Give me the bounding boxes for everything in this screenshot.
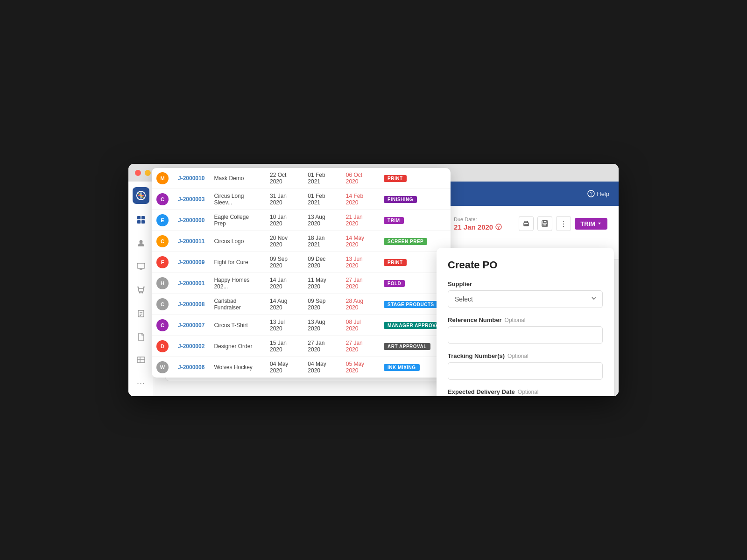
sidebar-item-table[interactable] bbox=[134, 352, 148, 367]
stage-pill: SCREEN PREP bbox=[384, 238, 427, 245]
scheduled-date-cell: 01 Feb 2021 bbox=[303, 168, 341, 189]
sidebar-item-users[interactable] bbox=[134, 236, 148, 251]
sidebar-item-dashboard[interactable] bbox=[134, 212, 148, 227]
save-button[interactable] bbox=[537, 216, 552, 231]
table-row[interactable]: D J-2000002 Designer Order 15 Jan 2020 2… bbox=[152, 336, 451, 357]
app-logo[interactable] bbox=[133, 187, 149, 204]
table-row[interactable]: H J-2000001 Happy Homes 202... 14 Jan 20… bbox=[152, 273, 451, 294]
table-row[interactable]: C J-2000003 Circus Long Sleev... 31 Jan … bbox=[152, 189, 451, 210]
created-date-cell: 09 Sep 2020 bbox=[265, 252, 303, 273]
tracking-field: Tracking Number(s) Optional bbox=[448, 352, 603, 380]
created-date-cell: 22 Oct 2020 bbox=[265, 168, 303, 189]
nav-help[interactable]: ? Help bbox=[587, 190, 609, 197]
svg-rect-35 bbox=[543, 224, 547, 226]
due-date-block: Due Date: 21 Jan 2020 ? bbox=[454, 217, 502, 231]
table-row[interactable]: M J-2000010 Mask Demo 22 Oct 2020 01 Feb… bbox=[152, 168, 451, 189]
table-row[interactable]: C J-2000007 Circus T-Shirt 13 Jul 2020 1… bbox=[152, 315, 451, 336]
table-row[interactable]: W J-2000006 Wolves Hockey 04 May 2020 04… bbox=[152, 357, 451, 378]
job-id-link[interactable]: J-2000008 bbox=[178, 301, 204, 308]
svg-rect-32 bbox=[525, 224, 528, 225]
stage-pill: TRIM bbox=[384, 217, 403, 224]
job-avatar-sm: H bbox=[156, 277, 169, 289]
svg-rect-7 bbox=[141, 220, 145, 224]
sidebar-item-clipboard[interactable] bbox=[134, 306, 148, 321]
due-date-value: 21 Jan 2020 ? bbox=[454, 223, 502, 231]
svg-rect-5 bbox=[141, 216, 145, 219]
close-button[interactable] bbox=[135, 170, 141, 176]
table-row[interactable]: F J-2000009 Fight for Cure 09 Sep 2020 0… bbox=[152, 252, 451, 273]
job-name-cell: Circus Long Sleev... bbox=[209, 189, 265, 210]
delivery-date-field: Expected Delivery Date Optional bbox=[448, 388, 603, 396]
created-date-cell: 31 Jan 2020 bbox=[265, 189, 303, 210]
job-avatar-sm: C bbox=[156, 319, 169, 331]
jobs-overlay: M J-2000010 Mask Demo 22 Oct 2020 01 Feb… bbox=[152, 168, 451, 378]
supplier-select[interactable]: Select bbox=[448, 290, 603, 308]
sidebar-item-more[interactable]: ··· bbox=[134, 376, 148, 391]
created-date-cell: 04 May 2020 bbox=[265, 357, 303, 378]
scheduled-date-cell: 13 Aug 2020 bbox=[303, 210, 341, 231]
table-row[interactable]: C J-2000008 Carlsbad Fundraiser 14 Aug 2… bbox=[152, 294, 451, 315]
job-avatar-sm: C bbox=[156, 298, 169, 310]
job-id-link[interactable]: J-2000007 bbox=[178, 322, 204, 329]
job-name-cell: Fight for Cure bbox=[209, 252, 265, 273]
jobs-table: M J-2000010 Mask Demo 22 Oct 2020 01 Feb… bbox=[152, 168, 451, 378]
svg-rect-9 bbox=[137, 263, 145, 268]
due-date-label: Due Date: bbox=[454, 217, 502, 222]
job-id-link[interactable]: J-2000003 bbox=[178, 196, 204, 203]
due-date-cell: 27 Jan 2020 bbox=[346, 340, 363, 353]
reference-label: Reference Number Optional bbox=[448, 316, 603, 323]
job-name-cell: Carlsbad Fundraiser bbox=[209, 294, 265, 315]
reference-input[interactable] bbox=[448, 326, 603, 344]
svg-rect-34 bbox=[543, 221, 546, 223]
svg-point-8 bbox=[140, 240, 143, 244]
job-name-cell: Happy Homes 202... bbox=[209, 273, 265, 294]
job-id-link[interactable]: J-2000001 bbox=[178, 280, 204, 287]
stage-pill: FOLD bbox=[384, 280, 405, 287]
app-window: ··· Production Production Cards Jobs Cal… bbox=[128, 164, 619, 396]
svg-rect-4 bbox=[137, 216, 141, 219]
supplier-label: Supplier bbox=[448, 280, 603, 287]
job-avatar-sm: D bbox=[156, 340, 169, 352]
svg-rect-6 bbox=[137, 220, 141, 224]
due-date-cell: 05 May 2020 bbox=[346, 361, 364, 374]
created-date-cell: 15 Jan 2020 bbox=[265, 336, 303, 357]
more-options-button[interactable]: ⋮ bbox=[556, 216, 571, 231]
job-id-link[interactable]: J-2000006 bbox=[178, 364, 204, 371]
sidebar-item-document[interactable] bbox=[134, 329, 148, 344]
tracking-input[interactable] bbox=[448, 362, 603, 380]
help-label: Help bbox=[597, 190, 609, 197]
job-id-link[interactable]: J-2000011 bbox=[178, 238, 204, 245]
table-row[interactable]: C J-2000011 Circus Logo 20 Nov 2020 18 J… bbox=[152, 231, 451, 252]
job-avatar-sm: E bbox=[156, 214, 169, 226]
stage-badge[interactable]: TRIM bbox=[575, 218, 607, 230]
scheduled-date-cell: 18 Jan 2021 bbox=[303, 231, 341, 252]
due-date-cell: 14 May 2020 bbox=[346, 235, 364, 248]
created-date-cell: 14 Jan 2020 bbox=[265, 273, 303, 294]
created-date-cell: 20 Nov 2020 bbox=[265, 231, 303, 252]
due-date-cell: 27 Jan 2020 bbox=[346, 277, 363, 290]
table-row[interactable]: E J-2000000 Eagle College Prep 10 Jan 20… bbox=[152, 210, 451, 231]
supplier-field: Supplier Select bbox=[448, 280, 603, 308]
job-name-cell: Mask Demo bbox=[209, 168, 265, 189]
due-date-cell: 28 Aug 2020 bbox=[346, 298, 363, 311]
scheduled-date-cell: 09 Dec 2020 bbox=[303, 252, 341, 273]
stage-pill: INK MIXING bbox=[384, 364, 420, 371]
due-date-cell: 06 Oct 2020 bbox=[346, 172, 362, 185]
due-date-cell: 13 Jun 2020 bbox=[346, 256, 363, 269]
delivery-date-label: Expected Delivery Date Optional bbox=[448, 388, 603, 395]
svg-point-12 bbox=[140, 292, 141, 293]
svg-rect-18 bbox=[137, 357, 145, 363]
job-id-link[interactable]: J-2000002 bbox=[178, 343, 204, 350]
job-id-link[interactable]: J-2000000 bbox=[178, 217, 204, 224]
due-date-cell: 08 Jul 2020 bbox=[346, 319, 361, 332]
reference-field: Reference Number Optional bbox=[448, 316, 603, 344]
po-title: Create PO bbox=[448, 259, 603, 271]
job-avatar-sm: M bbox=[156, 172, 169, 184]
minimize-button[interactable] bbox=[145, 170, 151, 176]
job-name-cell: Eagle College Prep bbox=[209, 210, 265, 231]
job-id-link[interactable]: J-2000009 bbox=[178, 259, 204, 266]
sidebar-item-monitor[interactable] bbox=[134, 259, 148, 274]
sidebar-item-basket[interactable] bbox=[134, 282, 148, 297]
job-id-link[interactable]: J-2000010 bbox=[178, 175, 204, 182]
print-button[interactable] bbox=[519, 216, 534, 231]
